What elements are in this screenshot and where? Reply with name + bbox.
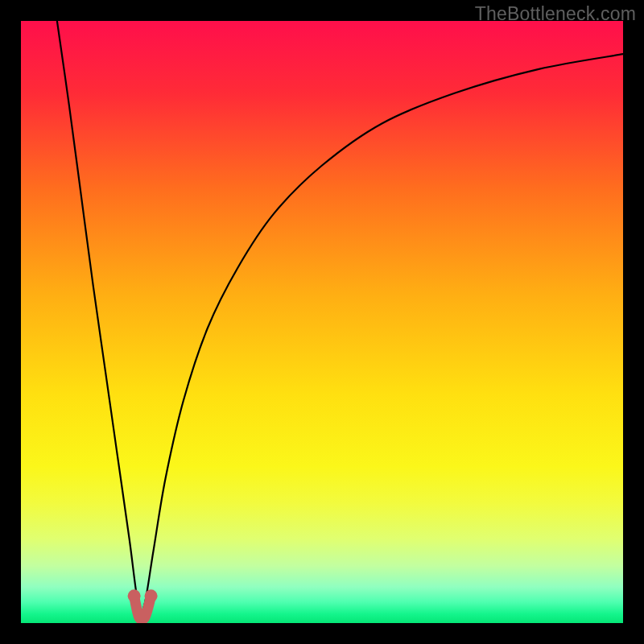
chart-frame: TheBottleneck.com [0, 0, 644, 644]
plot-area [21, 21, 623, 623]
gradient-background [21, 21, 623, 623]
plot-svg [21, 21, 623, 623]
marker-dot [128, 589, 141, 602]
watermark-text: TheBottleneck.com [475, 3, 636, 25]
marker-dot [145, 589, 158, 602]
